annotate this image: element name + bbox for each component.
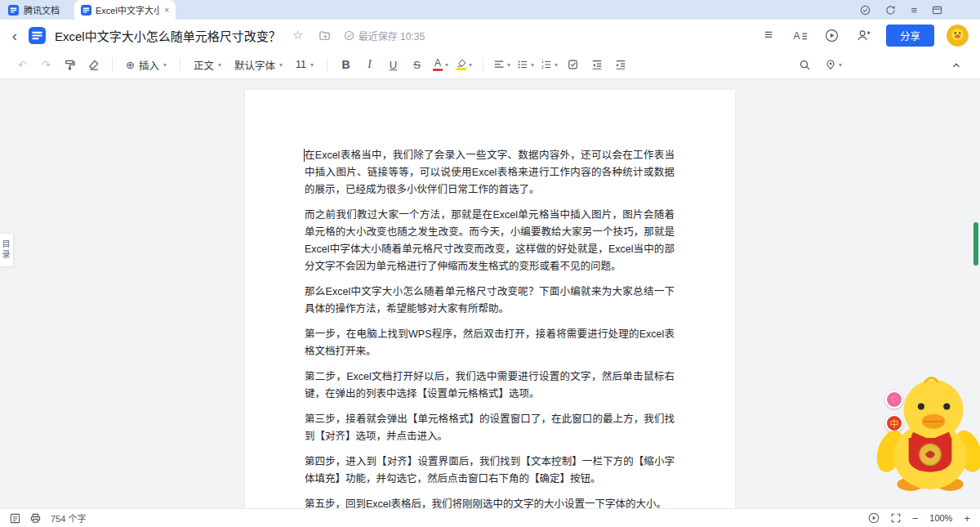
paragraph[interactable]: 第一步，在电脑上找到WPS程序，然后双击打开，接着将需要进行处理的Excel表格… [305,326,675,360]
divider [483,58,483,71]
back-button[interactable]: ‹ [8,28,21,43]
chevron-down-icon: ▾ [310,61,314,69]
share-button[interactable]: 分享 [886,25,934,47]
chevron-down-icon: ▾ [507,61,510,69]
document-header: ‹ Excel中文字大小怎么随单元格尺寸改变？ ☆ 最近保存 10:35 ≡ A… [0,20,980,51]
chevron-down-icon: ▾ [839,61,842,69]
document-canvas: 在Excel表格当中，我们除了会录入一些文字、数据内容外，还可以会在工作表当中插… [0,79,980,508]
browser-menu-icon[interactable]: ≡ [911,4,917,16]
chevron-down-icon: ▾ [555,61,558,69]
location-dropdown[interactable]: ▾ [822,54,844,75]
scrollbar-thumb[interactable] [973,222,978,266]
divider [327,58,327,71]
status-check-icon[interactable] [860,5,871,16]
highlight-color-bar [457,68,466,70]
chevron-down-icon: ▾ [445,61,448,69]
strikethrough-icon[interactable]: S [406,54,428,75]
redo-icon[interactable]: ↷ [35,54,57,75]
paragraph[interactable]: 而之前我们教过大家一个方法，那就是在Excel单元格当中插入图片，图片会随着单元… [305,207,675,275]
save-status: 最近保存 10:35 [344,29,425,42]
paragraph[interactable]: 第三步，接着就会弹出【单元格格式】的设置窗口了，在此窗口的最上方，我们找到【对齐… [305,411,675,445]
paragraph[interactable]: 第二步，Excel文档打开好以后，我们选中需要进行设置的文字，然后单击鼠标右键，… [305,368,675,403]
divider [112,58,113,71]
bold-icon[interactable]: B [335,54,357,75]
print-layout-icon[interactable] [30,513,41,524]
outdent-icon[interactable] [586,54,608,75]
font-color-icon: A [433,58,443,71]
paragraph-style-dropdown[interactable]: 正文 ▾ [188,54,227,75]
checklist-icon[interactable] [562,54,584,75]
header-menu-icon[interactable]: ≡ [759,25,778,45]
chevron-down-icon: ▾ [469,61,472,69]
chevron-down-icon: ▾ [279,61,283,69]
bullet-list-dropdown[interactable]: ▾ [514,54,537,75]
zoom-out-icon[interactable]: − [912,512,919,525]
clear-format-icon[interactable] [82,54,105,75]
status-bar: 754 个字 − 100% + [0,508,980,527]
tencent-docs-logo[interactable] [29,27,46,44]
svg-text:A: A [794,30,801,42]
chevron-down-icon: ▾ [218,61,221,69]
undo-icon[interactable]: ↶ [11,54,33,75]
move-to-folder-icon[interactable] [315,25,335,45]
search-icon[interactable] [794,54,816,75]
browser-controls: ≡ [860,0,980,20]
tab-document-label: Excel中文字大小怎么随单元格尺寸改变？ [96,3,160,16]
paragraph-style-label: 正文 [194,57,214,73]
insert-plus-icon: ⊕ [126,59,135,71]
underline-icon[interactable]: U [382,54,404,75]
font-color-dropdown[interactable]: A ▾ [430,54,452,75]
toc-tab[interactable]: 目录 [0,233,14,267]
tab-home-label: 腾讯文档 [24,3,60,16]
saved-check-icon [344,30,354,41]
paragraph[interactable]: 第四步，进入到【对齐】设置界面后，我们找到【文本控制】一栏下方的【缩小字体填充】… [305,453,675,488]
font-size-dropdown[interactable]: 11 ▾ [290,54,319,75]
tab-close-icon[interactable]: × [164,6,169,15]
svg-text:2: 2 [541,65,544,69]
highlight-icon [457,59,466,70]
numbered-list-dropdown[interactable]: 12 ▾ [538,54,560,75]
collapse-toolbar-icon[interactable] [945,55,967,76]
statusbar-right: − 100% + [868,512,970,525]
add-collaborator-icon[interactable] [854,25,874,45]
paragraph[interactable]: 那么Excel中文字大小怎么随着单元格尺寸改变呢？下面小编就来为大家总结一下具体… [305,284,675,318]
format-painter-icon[interactable] [59,54,81,75]
duck-mascot[interactable] [875,377,980,493]
window-icon[interactable] [932,5,942,16]
user-avatar[interactable] [947,25,969,47]
browser-tab-bar: 腾讯文档 Excel中文字大小怎么随单元格尺寸改变？ × ≡ [0,0,980,20]
svg-text:1: 1 [541,60,544,64]
chevron-down-icon: ▾ [163,61,167,69]
indent-icon[interactable] [609,54,631,75]
doc-favicon [81,5,91,16]
refresh-icon[interactable] [885,5,896,16]
text-adjust-icon[interactable]: A [791,25,810,45]
tab-home[interactable]: 腾讯文档 [0,0,74,20]
font-family-dropdown[interactable]: 默认字体 ▾ [229,54,288,75]
zoom-level[interactable]: 100% [929,513,952,523]
tencent-docs-favicon [8,5,19,16]
page-title: Excel中文字大小怎么随单元格尺寸改变？ [55,27,281,44]
fullscreen-icon[interactable] [891,513,901,523]
formatting-toolbar: ↶ ↷ ⊕ 插入 ▾ 正文 ▾ 默认字体 ▾ 11 ▾ B I U S A ▾ [0,51,980,79]
font-family-label: 默认字体 [234,57,275,73]
paragraph[interactable]: 第五步，回到Excel表格后，我们将刚刚选中的文字的大小设置一下字体的大小。 [305,496,675,508]
save-status-text: 最近保存 10:35 [359,29,425,42]
document-page[interactable]: 在Excel表格当中，我们除了会录入一些文字、数据内容外，还可以会在工作表当中插… [245,90,735,508]
play-demo-icon[interactable] [822,25,842,45]
highlight-color-dropdown[interactable]: ▾ [453,54,475,75]
zoom-in-icon[interactable]: + [964,512,970,525]
font-size-value: 11 [296,59,306,70]
align-dropdown[interactable]: ▾ [491,54,513,75]
toolbar-right-group: ▾ [794,54,844,75]
header-actions: ≡ A 分享 [759,25,969,47]
present-icon[interactable] [868,512,880,524]
star-icon[interactable]: ☆ [288,25,308,45]
tab-document-active[interactable]: Excel中文字大小怎么随单元格尺寸改变？ × [74,0,176,20]
paragraph[interactable]: 在Excel表格当中，我们除了会录入一些文字、数据内容外，还可以会在工作表当中插… [305,147,675,199]
divider [180,58,180,71]
page-overview-icon[interactable] [10,513,20,524]
italic-icon[interactable]: I [359,54,381,75]
insert-dropdown[interactable]: ⊕ 插入 ▾ [120,54,172,75]
text-cursor [304,149,305,162]
